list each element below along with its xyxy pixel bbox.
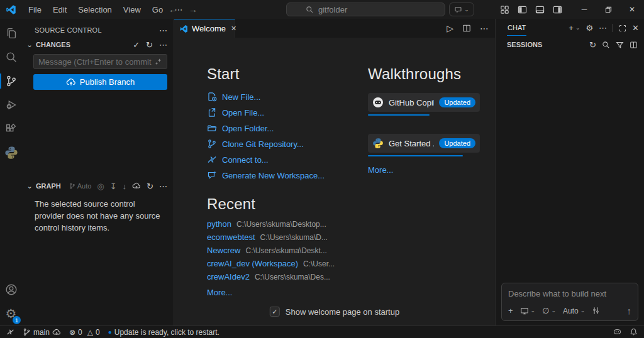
start-connect-to[interactable]: Connect to... bbox=[207, 155, 343, 165]
new-chat-button[interactable]: + ⌄ bbox=[569, 24, 580, 32]
explorer-icon[interactable] bbox=[0, 21, 22, 45]
changes-section-header[interactable]: ⌄ CHANGES ✓ ↻ ⋯ bbox=[22, 38, 174, 52]
start-new-file[interactable]: New File... bbox=[207, 92, 343, 102]
walkthrough-progress bbox=[368, 155, 480, 156]
source-control-view-icon[interactable] bbox=[0, 69, 22, 93]
model-picker[interactable]: Auto ⌄ bbox=[563, 307, 585, 315]
python-extension-icon[interactable] bbox=[0, 141, 22, 165]
copilot-icon bbox=[372, 97, 384, 108]
close-window-button[interactable]: ✕ bbox=[620, 0, 644, 19]
search-view-icon[interactable] bbox=[0, 45, 22, 69]
settings-gear-icon[interactable]: ⚙ 1 bbox=[0, 302, 22, 325]
warning-icon: △ bbox=[87, 329, 93, 336]
sparkle-icon[interactable] bbox=[154, 58, 162, 66]
sidebar-more-icon[interactable]: ⋯ bbox=[159, 26, 167, 35]
remote-indicator[interactable] bbox=[6, 328, 14, 336]
graph-auto-repo[interactable]: Auto bbox=[69, 182, 92, 190]
menu-go[interactable]: Go bbox=[147, 5, 169, 14]
menu-edit[interactable]: Edit bbox=[47, 5, 72, 14]
update-indicator[interactable]: ● Update is ready, click to restart. bbox=[108, 328, 219, 337]
walkthrough-copilot[interactable]: GitHub Copilot Updated bbox=[368, 93, 480, 116]
chat-more-icon[interactable]: ⋯ bbox=[599, 24, 607, 32]
fetch-icon[interactable]: ↧ bbox=[110, 182, 117, 190]
sessions-header: SESSIONS ↻ bbox=[496, 37, 644, 52]
toggle-panel-icon[interactable] bbox=[535, 5, 545, 14]
graph-more-icon[interactable]: ⋯ bbox=[159, 182, 167, 190]
recent-link[interactable]: ecomwebtest bbox=[207, 232, 255, 242]
close-panel-icon[interactable]: ✕ bbox=[632, 24, 639, 32]
cloud-icon[interactable] bbox=[132, 182, 141, 190]
minimize-button[interactable]: ─ bbox=[572, 0, 596, 19]
pull-icon[interactable]: ↓ bbox=[123, 182, 127, 190]
model-provider-picker[interactable]: ∅ ⌄ bbox=[542, 307, 556, 315]
tab-close-icon[interactable]: ✕ bbox=[231, 25, 236, 32]
publish-branch-button[interactable]: Publish Branch bbox=[33, 74, 167, 90]
error-count: 0 bbox=[78, 328, 82, 337]
start-list: New File... Open File... Open Folder... bbox=[207, 92, 343, 180]
bell-icon[interactable] bbox=[630, 328, 638, 336]
commit-check-icon[interactable]: ✓ bbox=[133, 41, 140, 49]
walkthrough-python[interactable]: Get Started ... Updated bbox=[368, 134, 480, 156]
command-center-search[interactable] bbox=[286, 3, 445, 16]
sessions-refresh-icon[interactable]: ↻ bbox=[589, 41, 596, 49]
editor-more-icon[interactable]: ⋯ bbox=[480, 24, 489, 33]
search-input[interactable] bbox=[318, 5, 425, 14]
menu-selection[interactable]: Selection bbox=[72, 5, 117, 14]
maximize-panel-icon[interactable] bbox=[619, 25, 626, 32]
chevron-down-icon: ⌄ bbox=[464, 7, 469, 13]
start-clone-repo[interactable]: Clone Git Repository... bbox=[207, 139, 343, 149]
toggle-secondary-sidebar-icon[interactable] bbox=[553, 5, 562, 14]
sessions-split-icon[interactable] bbox=[630, 41, 638, 49]
back-icon[interactable]: ← bbox=[169, 5, 177, 14]
split-editor-icon[interactable] bbox=[462, 24, 471, 33]
menu-view[interactable]: View bbox=[118, 5, 147, 14]
folder-icon bbox=[207, 123, 217, 133]
source-control-sidebar: SOURCE CONTROL ⋯ ⌄ CHANGES ✓ ↻ ⋯ bbox=[22, 19, 174, 325]
branch-indicator[interactable]: main bbox=[23, 328, 61, 337]
send-icon[interactable]: ↑ bbox=[627, 306, 632, 315]
device-icon bbox=[520, 307, 529, 315]
tab-chat[interactable]: CHAT bbox=[507, 21, 526, 36]
copilot-menu-button[interactable]: ⌄ bbox=[449, 3, 474, 16]
titlebar: File Edit Selection View Go ⋯ ← → ⌄ bbox=[0, 0, 644, 19]
chat-settings-icon[interactable]: ⚙ bbox=[586, 24, 593, 32]
run-icon[interactable]: ▷ bbox=[447, 24, 453, 33]
recent-link[interactable]: crewAIdev2 bbox=[207, 272, 250, 281]
copilot-status-icon[interactable] bbox=[613, 327, 622, 337]
chat-input[interactable] bbox=[508, 289, 631, 298]
customize-layout-icon[interactable] bbox=[500, 5, 509, 14]
tab-welcome[interactable]: Welcome ✕ bbox=[174, 19, 235, 38]
recent-link[interactable]: python bbox=[207, 219, 231, 229]
tools-icon[interactable] bbox=[592, 307, 600, 315]
problems-indicator[interactable]: ⊗ 0 △ 0 bbox=[69, 328, 100, 337]
target-icon[interactable]: ◎ bbox=[97, 182, 104, 190]
agent-mode-picker[interactable]: ⌄ bbox=[520, 307, 536, 315]
changes-more-icon[interactable]: ⋯ bbox=[159, 41, 167, 49]
menu-file[interactable]: File bbox=[23, 5, 47, 14]
recent-link[interactable]: crewAI_dev (Workspace) bbox=[207, 259, 298, 268]
start-open-folder[interactable]: Open Folder... bbox=[207, 123, 343, 133]
start-open-file[interactable]: Open File... bbox=[207, 107, 343, 117]
graph-section-header[interactable]: ⌄ GRAPH Auto ◎ ↧ ↓ ↻ ⋯ bbox=[22, 179, 174, 193]
sessions-filter-icon[interactable] bbox=[616, 41, 624, 49]
graph-refresh-icon[interactable]: ↻ bbox=[147, 182, 153, 190]
refresh-icon[interactable]: ↻ bbox=[146, 41, 153, 49]
toggle-sidebar-icon[interactable] bbox=[518, 5, 527, 14]
commit-message-input[interactable] bbox=[38, 57, 152, 67]
run-debug-icon[interactable] bbox=[0, 93, 22, 117]
chevron-down-icon: ⌄ bbox=[531, 308, 536, 313]
restore-button[interactable] bbox=[596, 0, 620, 19]
show-welcome-checkbox[interactable]: ✓ bbox=[270, 307, 280, 317]
sessions-search-icon[interactable] bbox=[602, 41, 610, 49]
recent-more-link[interactable]: More... bbox=[207, 288, 343, 297]
sidebar-title-row: SOURCE CONTROL ⋯ bbox=[22, 23, 174, 38]
forward-icon[interactable]: → bbox=[189, 5, 197, 14]
start-generate-workspace[interactable]: Generate New Workspace... bbox=[207, 170, 343, 180]
recent-link[interactable]: Newcrew bbox=[207, 246, 240, 255]
attach-icon[interactable]: + bbox=[508, 307, 513, 315]
chevron-down-icon: ⌄ bbox=[551, 308, 556, 313]
chat-bubble-icon bbox=[454, 6, 462, 14]
accounts-icon[interactable] bbox=[0, 278, 22, 302]
walkthroughs-more-link[interactable]: More... bbox=[368, 165, 480, 175]
extensions-icon[interactable] bbox=[0, 117, 22, 141]
